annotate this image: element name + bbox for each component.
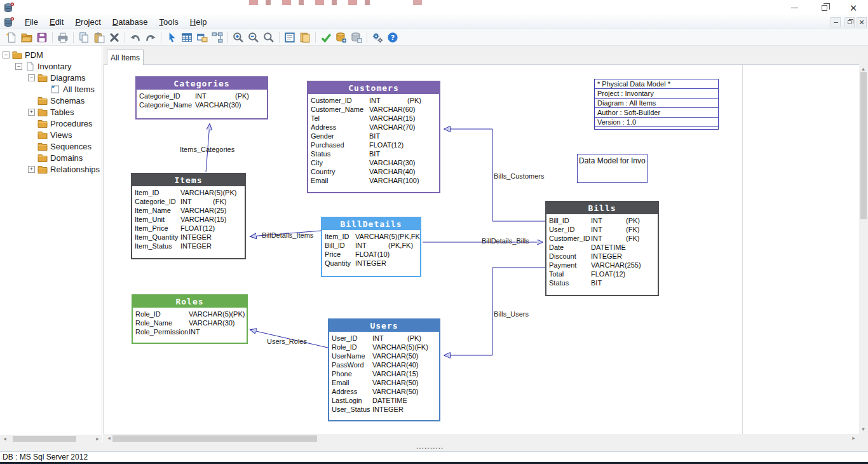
tree-item-tables[interactable]: +Tables [0,106,102,118]
relationship-label-users_roles[interactable]: Users_Roles [267,338,307,345]
save-icon[interactable] [34,31,50,44]
file-icon [25,62,35,71]
diagram-canvas[interactable]: * Physical Data Model *Project : Invonta… [104,64,859,434]
db-table-users[interactable]: UsersUser_IDINT(PK)Role_IDVARCHAR(5)(FK)… [328,318,440,421]
toolbar-separator [125,32,125,43]
relationship-label-billdetails_items[interactable]: BillDetails_Items [262,231,313,239]
db-table-items[interactable]: ItemsItem_IDVARCHAR(5)(PK)Categorie_IDIN… [131,173,246,259]
relationship-label-items_categories[interactable]: Items_Categories [180,146,234,153]
copy-icon[interactable] [76,31,92,44]
subwindow-icon[interactable] [194,31,210,44]
column-key [227,215,245,224]
tree-item-sequences[interactable]: Sequences [0,140,102,152]
relationship-label-billdetails_bills[interactable]: BillDetails_Bills [482,237,529,245]
relationship-label-bills_users[interactable]: Bills_Users [494,310,529,318]
relationship-label-bills_customers[interactable]: Bills_Customers [494,172,544,180]
diagram-horizontal-scrollbar[interactable]: ◂ ▸ [104,434,859,443]
database-save-icon[interactable] [349,31,364,44]
column-name: Address [332,387,372,396]
table-grid-icon[interactable] [179,31,194,44]
column-type: BIT [369,149,407,158]
db-table-roles[interactable]: RolesRole_IDVARCHAR(5)(PK)Role_NameVARCH… [132,294,248,344]
expander-minus-icon[interactable]: − [28,74,35,81]
print-icon[interactable] [55,31,71,44]
scroll-right-icon[interactable]: ▸ [850,434,858,442]
column-row: PurchasedFLOAT(12) [311,140,437,149]
paste-icon[interactable] [92,31,107,44]
diagram-vertical-scrollbar[interactable]: ▴ ▾ [859,64,868,434]
menu-tools[interactable]: Tools [154,15,184,29]
column-key [407,140,437,149]
scroll-thumb[interactable] [112,435,317,442]
toolbar-separator [73,32,74,43]
zoom-out-icon[interactable] [246,31,261,44]
expander-minus-icon[interactable]: − [3,51,10,58]
column-key [235,318,247,327]
column-name: Status [549,278,591,287]
close-button[interactable]: ✕ [844,3,863,13]
column-name: PassWord [332,360,372,369]
db-table-customers[interactable]: CustomersCustomer_IDINT(PK)Customer_Name… [307,81,440,193]
menu-help[interactable]: Help [184,15,213,29]
scroll-down-icon[interactable]: ▾ [859,425,867,433]
new-file-icon[interactable] [4,31,19,44]
menu-edit[interactable]: Edit [44,15,69,29]
model-info-box[interactable]: * Physical Data Model *Project : Invonta… [594,79,719,130]
tree-item-views[interactable]: Views [0,129,102,140]
relationship-icon[interactable] [210,31,225,44]
minimize-button[interactable] [785,3,804,13]
scroll-thumb[interactable] [13,436,76,442]
note-box[interactable]: Data Model for Invo [577,154,648,183]
db-table-categories[interactable]: CategoriesCategorie_IDINT(PK)Categorie_N… [135,76,268,119]
expander-plus-icon[interactable]: + [28,109,35,116]
open-folder-icon[interactable] [19,31,34,44]
documents-icon[interactable] [297,31,313,44]
database-export-icon[interactable] [334,31,349,44]
validate-icon[interactable] [318,31,334,44]
column-key: (PK) [231,310,247,318]
tree-item-procedures[interactable]: Procedures [0,118,102,129]
folder-icon [37,73,48,83]
mdi-close-button[interactable]: ✕ [857,17,867,27]
zoom-in-icon[interactable] [231,31,246,44]
folder-icon [37,96,48,106]
undo-icon[interactable] [128,31,143,44]
settings-icon[interactable] [370,31,385,44]
column-type: VARCHAR(25) [180,206,227,215]
redo-icon[interactable] [143,31,158,44]
mdi-restore-button[interactable] [844,17,855,27]
scroll-right-icon[interactable]: ▸ [93,435,102,443]
scroll-left-icon[interactable]: ◂ [1,435,9,443]
help-icon[interactable]: ? [385,31,400,44]
column-row: Customer_IDINT(FK) [549,234,655,243]
tree-item-pdm[interactable]: −PDM [0,49,102,60]
expander-minus-icon[interactable]: − [15,63,22,70]
scroll-thumb[interactable] [860,72,867,219]
tab-all-items[interactable]: All Items [107,50,144,65]
delete-icon[interactable] [107,31,122,44]
zoom-search-icon[interactable] [261,31,276,44]
mdi-minimize-button[interactable] [831,17,841,27]
column-row: Customer_NameVARCHAR(60) [311,105,437,114]
tree-item-schemas[interactable]: Schemas [0,95,102,106]
menu-database[interactable]: Database [107,15,154,29]
maximize-button[interactable] [815,3,834,13]
pointer-icon[interactable] [164,31,179,44]
resize-grip-dots[interactable]: .......... [416,442,444,451]
title-bar: ✕ [0,0,868,15]
db-table-bills[interactable]: BillsBill_IDINT(PK)User_IDINT(FK)Custome… [545,201,659,296]
table-columns: Item_IDVARCHAR(5)(PK,FK)Bill_IDINT(PK,FK… [322,230,420,276]
tree-horizontal-scrollbar[interactable]: ◂ ▸ [0,435,102,443]
tree-item-invontary[interactable]: −Invontary [0,60,102,72]
report-icon[interactable] [282,31,297,44]
tree-item-all-items[interactable]: All Items [0,83,102,95]
menu-project[interactable]: Project [69,15,106,29]
column-name: Date [549,243,591,252]
column-row: EmailVARCHAR(100) [311,176,437,185]
tree-item-domains[interactable]: Domains [0,152,102,163]
tree-item-diagrams[interactable]: −Diagrams [0,72,102,83]
expander-plus-icon[interactable]: + [28,166,35,173]
tree-item-relationships[interactable]: +Relationships [0,163,102,175]
menu-file[interactable]: File [19,15,44,29]
db-table-billdetails[interactable]: BillDetailsItem_IDVARCHAR(5)(PK,FK)Bill_… [321,217,421,277]
